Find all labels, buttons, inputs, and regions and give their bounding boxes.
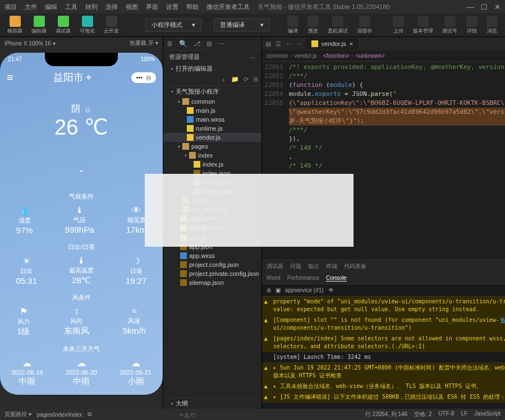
capsule-button[interactable]: •••◎ — [131, 72, 156, 83]
outline-header[interactable]: ▸大纲 — [163, 398, 261, 409]
clear-cache-button[interactable]: 清缓存 — [354, 15, 375, 36]
detail-button[interactable]: 详情 — [463, 15, 480, 36]
phone-frame[interactable]: 21:47100% ≡ 益阳市⌖ •••◎ 阴☼ 26 ℃ ⌄ 气候条件💧湿度9… — [0, 53, 163, 395]
breadcrumb[interactable]: common› vendor.js› <function>› <unknown> — [262, 50, 505, 62]
more-icon[interactable]: ••• — [136, 74, 143, 81]
clear-icon[interactable]: ⊘ — [267, 287, 271, 293]
bottom-tab[interactable]: 代码质量 — [344, 262, 366, 270]
menu-item[interactable]: 界面 — [146, 3, 158, 11]
minimize-icon[interactable]: — — [467, 3, 474, 11]
page-path[interactable]: pages/index/index — [37, 412, 82, 418]
test-button[interactable]: 测试号 — [439, 15, 460, 36]
tree-item[interactable]: index.js — [163, 160, 261, 169]
close-icon[interactable]: ✕ — [494, 3, 501, 11]
bottom-tab[interactable]: 终端 — [326, 262, 337, 270]
cursor-pos[interactable]: 行 22054, 列 146 — [365, 410, 408, 418]
tree-item[interactable]: main.js — [163, 106, 261, 115]
menu-item[interactable]: 视图 — [126, 3, 138, 11]
city-title[interactable]: 益阳市⌖ — [53, 71, 91, 84]
book-icon[interactable]: ▤ — [265, 40, 271, 48]
tree-item[interactable]: sitemap.json — [163, 278, 261, 287]
console-log[interactable]: ▲[pages/index/index] Some selectors are … — [262, 334, 505, 352]
bottom-tab[interactable]: 调试器 — [267, 262, 283, 270]
tree-item[interactable]: project.config.json — [163, 260, 261, 269]
menu-item[interactable]: 项目 — [4, 3, 17, 11]
menu-item[interactable]: 工具 — [65, 3, 77, 11]
tree-item[interactable]: ▾pages — [163, 142, 261, 151]
open-editors-header[interactable]: ▸打开的编辑器 — [163, 63, 261, 74]
log-link[interactable]: WASubContext.js?t=we_46437460&v=2.24.6:2 — [501, 316, 505, 324]
tree-item[interactable]: ▾common — [163, 97, 261, 106]
context-select[interactable]: appservice (#1) — [285, 287, 324, 293]
console-log[interactable]: ▲property "mode" of "uni_modules/uview-u… — [262, 297, 505, 315]
eol[interactable]: LF — [461, 410, 468, 418]
project-root[interactable]: ▾天气预报小程序 — [163, 86, 261, 97]
console-tab[interactable]: Console — [326, 275, 347, 281]
new-file-icon[interactable]: ＋ — [221, 76, 227, 84]
upload-button[interactable]: 上传 — [390, 15, 407, 36]
menu-item[interactable]: 编辑 — [45, 3, 57, 11]
info-cell: 🌡气压999hPa — [65, 205, 94, 235]
more-tab-icon[interactable]: ⋯ — [218, 40, 224, 48]
more-icon[interactable]: … — [250, 53, 256, 61]
ext-tab-icon[interactable]: ⊞ — [206, 40, 212, 48]
tree-item[interactable]: runtime.js — [163, 124, 261, 133]
new-folder-icon[interactable]: 📁 — [231, 76, 239, 84]
chevron-down-icon[interactable]: ⌄ — [0, 165, 163, 174]
version-button[interactable]: 版本管理 — [410, 15, 436, 36]
tree-item[interactable]: project.private.config.json — [163, 269, 261, 278]
debugger-button[interactable]: 调试器 — [53, 15, 74, 36]
menu-item[interactable]: 选择 — [105, 3, 118, 11]
device-select[interactable]: iPhone X 100% 16 ▾ — [4, 40, 56, 47]
menu-item[interactable]: 文件 — [25, 3, 37, 11]
language[interactable]: JavaScript — [474, 410, 501, 418]
simulator-button[interactable]: 模拟器 — [4, 15, 25, 36]
compile-button[interactable]: 编译 — [284, 15, 301, 36]
refresh-icon[interactable]: ⟳ — [244, 76, 249, 84]
close-tab-icon[interactable]: × — [350, 40, 353, 47]
console-log[interactable]: ▲VM13 asdebug.js:1▸ Sun Jun 19 2022 21:4… — [262, 363, 505, 381]
message-button[interactable]: 消息 — [484, 15, 501, 36]
mode-dropdown[interactable]: 小程序模式▾ — [145, 19, 201, 31]
console-tab[interactable]: Wxml — [267, 275, 281, 281]
menu-item[interactable]: 微信开发者工具 — [206, 3, 250, 11]
console-tab[interactable]: Performance — [287, 275, 319, 281]
tree-item[interactable]: vendor.js — [163, 133, 261, 142]
tree-item[interactable]: app.wxss — [163, 251, 261, 260]
menu-item[interactable]: 设置 — [166, 3, 178, 11]
maximize-icon[interactable]: ☐ — [481, 3, 488, 11]
path-label[interactable]: 页面路径 ▾ — [4, 410, 31, 418]
menu-item[interactable]: 转到 — [85, 3, 98, 11]
tree-item[interactable]: ▾index — [163, 151, 261, 160]
back-icon[interactable]: ← — [286, 40, 292, 47]
top-icon[interactable]: ▣ — [276, 287, 281, 293]
git-tab-icon[interactable]: ⎇ — [193, 40, 201, 48]
copy-icon[interactable]: ⧉ — [88, 411, 91, 418]
eye-icon[interactable]: 👁 — [328, 287, 334, 293]
bottom-tab[interactable]: 问题 — [290, 262, 301, 270]
bookmark-icon[interactable]: ☰ — [276, 40, 281, 48]
console-log[interactable]: ▲▸ [JS 文件编译错误] 以下文件体积超过 500KB，已跳过压缩以及 ES… — [262, 392, 505, 403]
visual-button[interactable]: 可视化 — [77, 15, 98, 36]
compile-dropdown[interactable]: 普通编译▾ — [214, 19, 270, 31]
remote-debug-button[interactable]: 真机调试 — [325, 15, 351, 36]
editor-button[interactable]: 编辑器 — [29, 15, 49, 36]
preview-button[interactable]: 预览 — [305, 15, 322, 36]
collapse-icon[interactable]: ⊟ — [253, 76, 258, 84]
console-log[interactable]: WAServiceMainContext.js:2[system] Launch… — [262, 352, 505, 363]
menu-item[interactable]: 帮助 — [186, 3, 199, 11]
encoding[interactable]: UTF-8 — [438, 410, 454, 418]
search-tab-icon[interactable]: 🔍 — [179, 40, 187, 48]
fwd-icon[interactable]: → — [296, 40, 302, 47]
editor-tab[interactable]: vendor.js× — [306, 38, 359, 49]
indent-info[interactable]: 空格: 2 — [414, 410, 431, 418]
hot-reload-toggle[interactable]: 热重载 开 ▾ — [130, 39, 158, 47]
hamburger-icon[interactable]: ≡ — [7, 71, 13, 84]
cloud-button[interactable]: 云开发 — [101, 15, 122, 36]
console-log[interactable]: ▲WASubContext.js?t=we_46437460&v=2.24.6:… — [262, 315, 505, 334]
tree-item[interactable]: main.wxss — [163, 115, 261, 124]
bottom-tab[interactable]: 输出 — [308, 262, 319, 270]
console-log[interactable]: ▲VM13 asdebug.js:1▸ 工具未校验合法域名、web-view（业… — [262, 381, 505, 392]
files-tab-icon[interactable]: 🗎 — [167, 40, 173, 48]
target-icon[interactable]: ◎ — [146, 74, 152, 81]
